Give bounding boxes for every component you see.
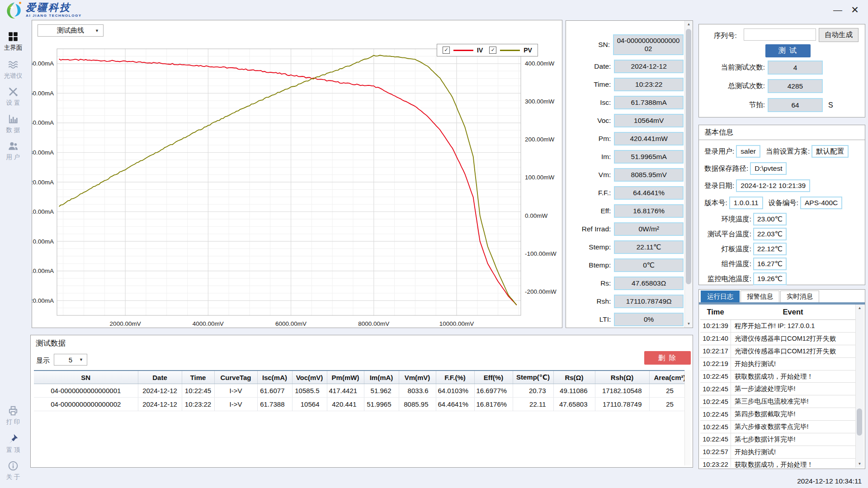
table-cell: 2024-12-12 <box>138 384 182 398</box>
show-count-label: 显示 <box>36 357 50 365</box>
result-label: LTI: <box>566 315 614 324</box>
info-value: 默认配置 <box>811 145 849 158</box>
info-value: 1.0.0.11 <box>729 197 763 209</box>
log-row[interactable]: 10:21:39程序开始工作! IP: 127.0.0.1 <box>700 320 855 333</box>
scroll-down-icon[interactable]: ▼ <box>685 320 693 328</box>
svg-text:30.00mA: 30.00mA <box>32 149 54 156</box>
table-cell: I->V <box>214 398 257 411</box>
minimize-button[interactable]: — <box>831 4 844 16</box>
sidebar-item-label: 设 置 <box>0 99 26 107</box>
sidebar-item-grid[interactable]: 主界面 <box>0 31 26 52</box>
table-column-header[interactable]: Rsh(Ω) <box>595 371 649 384</box>
sidebar-item-spectrum-waves[interactable]: 光谱仪 <box>0 59 26 80</box>
scroll-up-icon[interactable]: ▲ <box>856 305 863 312</box>
sidebar-item-printer[interactable]: 打 印 <box>0 405 26 426</box>
table-row[interactable]: 04-00000000000000022024-12-1210:23:22I->… <box>34 398 690 411</box>
scroll-up-icon[interactable]: ▲ <box>685 21 693 28</box>
log-event: 第四步数据截取完毕! <box>731 410 855 418</box>
table-column-header[interactable]: SN <box>34 371 138 384</box>
table-column-header[interactable]: Date <box>138 371 182 384</box>
log-row[interactable]: 10:22:45第三步电压电流校准完毕! <box>700 395 855 408</box>
log-event: 光谱仪传感器串口COM12打开失败 <box>731 347 855 356</box>
series-color-swatch <box>500 50 520 51</box>
log-tab[interactable]: 运行日志 <box>701 291 740 302</box>
table-column-header[interactable]: CurveTag <box>214 371 257 384</box>
log-tabs: 运行日志报警信息实时消息 <box>701 291 820 302</box>
table-column-header[interactable]: Vm(mV) <box>399 371 436 384</box>
log-row[interactable]: 10:23:22获取数据成功，开始处理！ <box>700 459 855 468</box>
log-row[interactable]: 10:22:17光谱仪传感器串口COM12打开失败 <box>700 345 855 358</box>
result-row: Pm:420.441mW <box>566 132 684 145</box>
table-scrollbar[interactable] <box>684 370 691 465</box>
sidebar-item-pin[interactable]: 置 顶 <box>0 433 26 454</box>
info-label: 版本号: <box>704 198 727 208</box>
auto-generate-button[interactable]: 自动生成 <box>819 28 859 42</box>
legend-item-pv: ✓PV <box>489 47 532 54</box>
close-button[interactable]: ✕ <box>848 4 862 16</box>
log-col-time: Time <box>700 308 731 316</box>
log-row[interactable]: 10:22:57开始执行测试! <box>700 446 855 459</box>
sidebar-item-bar-chart[interactable]: 数 据 <box>0 113 26 134</box>
log-panel: 运行日志报警信息实时消息 Time Event 10:21:39程序开始工作! … <box>698 289 865 469</box>
log-scrollbar[interactable]: ▲ ▼ <box>855 305 864 468</box>
sidebar-item-info[interactable]: 关 于 <box>0 460 26 481</box>
log-col-event: Event <box>731 308 855 316</box>
table-cell: 10:23:22 <box>182 398 214 411</box>
sidebar-item-label: 关 于 <box>0 473 26 481</box>
result-row: Time:10:23:22 <box>566 78 684 91</box>
table-cell: 16.8176% <box>474 398 513 411</box>
log-row[interactable]: 10:21:40光谱仪传感器串口COM12打开失败 <box>700 333 855 345</box>
svg-text:10.00mA: 10.00mA <box>32 208 54 215</box>
log-event: 获取数据成功，开始处理！ <box>731 372 855 381</box>
checkbox-icon[interactable]: ✓ <box>443 47 450 54</box>
info-line: 数据保存路径:D:\pvtest <box>704 162 862 175</box>
show-count-select[interactable]: 5 ▼ <box>54 354 87 366</box>
table-cell: 22.11 <box>513 398 553 411</box>
serial-input[interactable] <box>744 28 816 41</box>
table-cell: 04-0000000000000001 <box>34 384 138 398</box>
log-row[interactable]: 10:22:45第六步修改数据零点完毕! <box>700 421 855 433</box>
log-row[interactable]: 10:22:45第四步数据截取完毕! <box>700 408 855 421</box>
log-tab[interactable]: 实时消息 <box>780 291 819 302</box>
counter-label: 当前测试次数: <box>700 63 768 72</box>
scrollbar-thumb[interactable] <box>857 408 862 436</box>
result-row: Btemp:0℃ <box>566 258 684 272</box>
printer-icon <box>0 405 26 418</box>
test-button[interactable]: 测 试 <box>765 44 811 57</box>
result-value: 51.9965mA <box>614 150 684 164</box>
counter-row: 节拍:64S <box>700 98 833 112</box>
table-row[interactable]: 04-00000000000000012024-12-1210:22:45I->… <box>34 384 690 398</box>
temperature-value: 22.03℃ <box>753 228 787 240</box>
log-row[interactable]: 10:22:19开始执行测试! <box>700 358 855 371</box>
delete-button[interactable]: 删 除 <box>644 351 691 365</box>
logo-title: 爱疆科技 <box>26 3 82 13</box>
table-column-header[interactable]: Pm(mW) <box>327 371 364 384</box>
table-cell: 64.0103% <box>436 384 474 398</box>
table-column-header[interactable]: Im(mA) <box>364 371 399 384</box>
sidebar-item-tools[interactable]: 设 置 <box>0 86 26 107</box>
results-scrollbar[interactable]: ▲ ▼ <box>684 21 693 328</box>
table-column-header[interactable]: Eff(%) <box>474 371 513 384</box>
sidebar-item-users[interactable]: 用 户 <box>0 140 26 161</box>
result-label: Rsh: <box>566 297 614 305</box>
scroll-down-icon[interactable]: ▼ <box>856 460 863 468</box>
table-column-header[interactable]: Rs(Ω) <box>553 371 595 384</box>
table-column-header[interactable]: Isc(mA) <box>257 371 292 384</box>
table-column-header[interactable]: F.F.(%) <box>436 371 474 384</box>
scrollbar-thumb[interactable] <box>686 29 691 284</box>
temperature-label: 监控电池温度: <box>704 274 751 284</box>
checkbox-icon[interactable]: ✓ <box>489 47 496 54</box>
log-row[interactable]: 10:22:45第一步滤波处理完毕! <box>700 383 855 395</box>
result-value: 10:23:22 <box>614 78 684 91</box>
table-cell: 47.65803 <box>553 398 595 411</box>
logo-subtitle: AI JIANG TECHNOLOGY <box>26 14 82 18</box>
log-tab[interactable]: 报警信息 <box>741 291 779 302</box>
log-row[interactable]: 10:22:45第七步数据计算完毕! <box>700 433 855 446</box>
table-column-header[interactable]: Time <box>182 371 214 384</box>
curve-type-select[interactable]: 测试曲线 ▼ <box>38 24 104 37</box>
result-label: Eff: <box>566 207 614 215</box>
table-column-header[interactable]: Stemp(℃) <box>513 371 553 384</box>
log-time: 10:21:39 <box>700 320 731 332</box>
table-column-header[interactable]: Voc(mV) <box>292 371 327 384</box>
log-row[interactable]: 10:22:45获取数据成功，开始处理！ <box>700 371 855 383</box>
